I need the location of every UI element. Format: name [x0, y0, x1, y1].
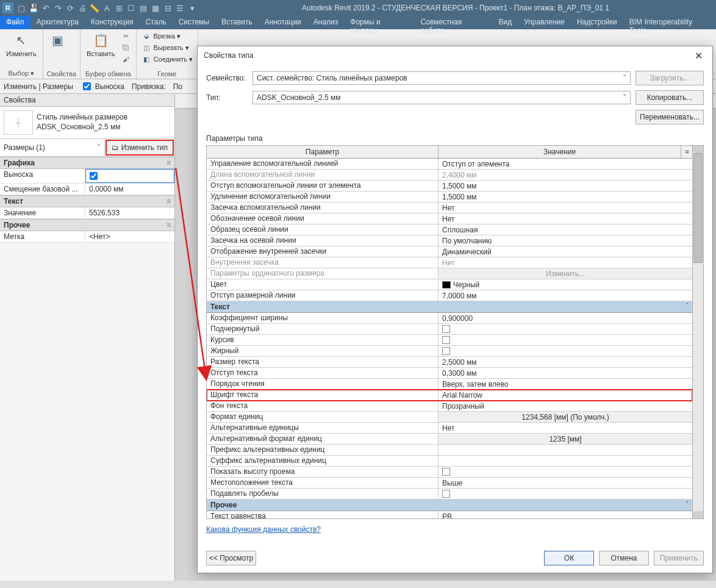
bottom-scrollbar[interactable] [0, 581, 716, 588]
qat-3d-icon[interactable]: ☐ [126, 2, 137, 13]
pv-20[interactable]: Вверх, затем влево [439, 379, 692, 389]
checkbox-icon[interactable] [442, 468, 450, 476]
qat-switch-icon[interactable]: ☰ [174, 2, 185, 13]
edit-type-button[interactable]: 🗂 Изменить тип [106, 140, 174, 156]
pv-27[interactable] [439, 456, 692, 466]
rename-button[interactable]: Переименовать... [635, 110, 704, 124]
pv-7[interactable]: Сплошная [439, 224, 692, 235]
pv-29[interactable]: Выше [439, 478, 692, 488]
checkbox-icon[interactable] [442, 336, 450, 344]
pv-28[interactable] [439, 467, 692, 477]
copy-button[interactable]: Копировать... [635, 90, 704, 105]
group-graphics[interactable]: Графика [0, 157, 174, 169]
paste-button[interactable]: 📋 Вставить [84, 30, 118, 59]
tab-massing[interactable]: Формы и генплан [344, 16, 414, 29]
qat-dropdown-icon[interactable]: ▾ [187, 2, 198, 13]
group-text[interactable]: Текст [0, 195, 174, 207]
type-selector[interactable]: ┼ Стиль линейных размеров ADSK_Основной_… [0, 107, 174, 139]
col-eq[interactable]: = [681, 146, 692, 158]
leader-checkbox[interactable] [83, 82, 91, 90]
qat-print-icon[interactable]: 🖨 [77, 2, 88, 13]
pv-17[interactable] [439, 346, 692, 356]
pv-12[interactable]: Черный [439, 279, 692, 290]
qat-thin-icon[interactable]: ▦ [150, 2, 161, 13]
checkbox-icon[interactable] [442, 490, 450, 498]
col-value[interactable]: Значение [439, 146, 681, 158]
pv-3[interactable]: 1,5000 мм [439, 181, 692, 191]
tab-analyze[interactable]: Анализ [307, 16, 345, 29]
group-other[interactable]: Прочее [0, 219, 174, 231]
pv-8[interactable]: По умолчанию [439, 235, 692, 246]
qat-close-icon[interactable]: ⊟ [162, 2, 173, 13]
pv-30[interactable] [439, 489, 692, 499]
qat-redo-icon[interactable]: ↷ [52, 2, 63, 13]
filter-dropdown[interactable]: Размеры (1) ˅ [0, 141, 105, 154]
qat-undo-icon[interactable]: ↶ [40, 2, 51, 13]
tab-annotate[interactable]: Аннотации [259, 16, 307, 29]
scrollbar[interactable] [692, 146, 703, 518]
pv-21[interactable]: Arial Narrow [439, 390, 692, 400]
pv-9[interactable]: Динамический [439, 246, 692, 257]
pv-1[interactable]: Отступ от элемента [439, 159, 692, 169]
qat-open-icon[interactable]: ▢ [16, 2, 27, 13]
preview-button[interactable]: << Просмотр [206, 551, 256, 565]
tab-insert[interactable]: Вставить [215, 16, 259, 29]
type-select[interactable]: ADSK_Основной_2.5 мм˅ [252, 91, 631, 104]
pv-25[interactable]: 1235 [мм] [439, 434, 692, 444]
tab-systems[interactable]: Системы [173, 16, 215, 29]
group-other-hdr[interactable]: Прочееˆ [207, 500, 692, 511]
pv-19[interactable]: 0,3000 мм [439, 368, 692, 378]
checkbox-icon[interactable] [442, 347, 450, 355]
family-select[interactable]: Сист. семейство: Стиль линейных размеров… [252, 71, 631, 85]
copy-small[interactable]: ⿻ [120, 42, 132, 53]
pv-31[interactable]: РВ [439, 511, 692, 518]
scrollbar-thumb[interactable] [693, 153, 703, 263]
match-small[interactable]: 🖌 [120, 54, 132, 65]
cut-small[interactable]: ✂ [120, 30, 132, 41]
tab-view[interactable]: Вид [493, 16, 518, 29]
help-link[interactable]: Какова функция данных свойств? [206, 519, 704, 540]
cancel-button[interactable]: Отмена [599, 551, 649, 565]
pv-22[interactable]: Прозрачный [439, 401, 692, 411]
pv-23[interactable]: 1234,568 [мм] (По умолч.) [439, 412, 692, 422]
pv-15[interactable] [439, 324, 692, 334]
cope-button[interactable]: ⬙Врезка ▾ [140, 30, 182, 41]
ok-button[interactable]: ОК [544, 551, 594, 565]
prop-mark-value[interactable]: <Нет> [85, 231, 174, 242]
prop-leader-value[interactable] [85, 169, 174, 183]
tab-steel[interactable]: Сталь [140, 16, 173, 29]
pv-18[interactable]: 2,5000 мм [439, 357, 692, 367]
prop-leader-check[interactable] [90, 172, 98, 180]
pv-13[interactable]: 7,0000 мм [439, 290, 692, 301]
tab-manage[interactable]: Управление [518, 16, 571, 29]
tab-collab[interactable]: Совместная работа [415, 16, 493, 29]
properties-button[interactable]: ▣ [47, 30, 69, 50]
col-param[interactable]: Параметр [207, 146, 439, 158]
prop-baseoffset-value[interactable]: 0,0000 мм [85, 184, 174, 195]
join-button[interactable]: ◧Соединить ▾ [140, 54, 195, 65]
select-panel-label[interactable]: Выбор ▾ [4, 68, 39, 77]
group-text-hdr[interactable]: Текстˆ [207, 301, 692, 313]
pv-5[interactable]: Нет [439, 203, 692, 213]
dialog-titlebar[interactable]: Свойства типа ✕ [198, 46, 712, 65]
cutgeo-button[interactable]: ◫Вырезать ▾ [140, 42, 190, 53]
tab-addins[interactable]: Надстройки [571, 16, 623, 29]
qat-text-icon[interactable]: A [101, 2, 112, 13]
pv-6[interactable]: Нет [439, 213, 692, 224]
qat-save-icon[interactable]: 💾 [28, 2, 39, 13]
pv-11[interactable]: Изменить... [439, 268, 692, 279]
tab-bim[interactable]: BIM Interoperability Tools [623, 16, 716, 29]
pv-16[interactable] [439, 335, 692, 345]
tab-file[interactable]: Файл [0, 16, 30, 29]
tab-architecture[interactable]: Архитектура [30, 16, 85, 29]
qat-measure-icon[interactable]: 📏 [89, 2, 100, 13]
qat-section-icon[interactable]: ▤ [138, 2, 149, 13]
prop-value-value[interactable]: 5526,533 [85, 207, 174, 218]
close-icon[interactable]: ✕ [691, 50, 706, 62]
tab-structure[interactable]: Конструкция [85, 16, 140, 29]
pv-26[interactable] [439, 445, 692, 455]
pv-4[interactable]: 1,5000 мм [439, 192, 692, 202]
leader-check[interactable]: Выноска [81, 81, 124, 92]
qat-dim-icon[interactable]: ⊞ [113, 2, 124, 13]
checkbox-icon[interactable] [442, 325, 450, 333]
